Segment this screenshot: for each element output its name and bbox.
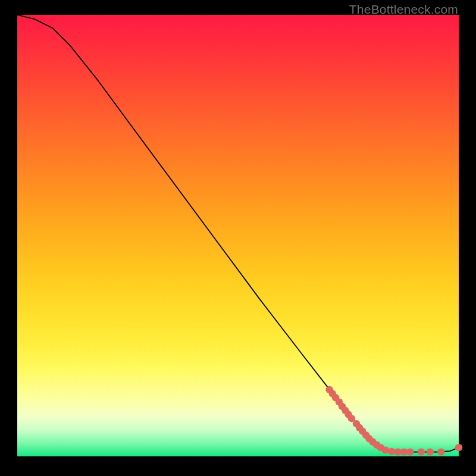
chart-overlay <box>17 15 459 456</box>
data-point <box>406 448 414 455</box>
data-point <box>382 446 389 453</box>
data-points <box>325 386 462 456</box>
data-point <box>418 448 425 455</box>
bottleneck-curve <box>17 15 459 452</box>
data-point <box>437 448 444 455</box>
data-point <box>455 444 462 451</box>
data-point <box>427 448 434 455</box>
